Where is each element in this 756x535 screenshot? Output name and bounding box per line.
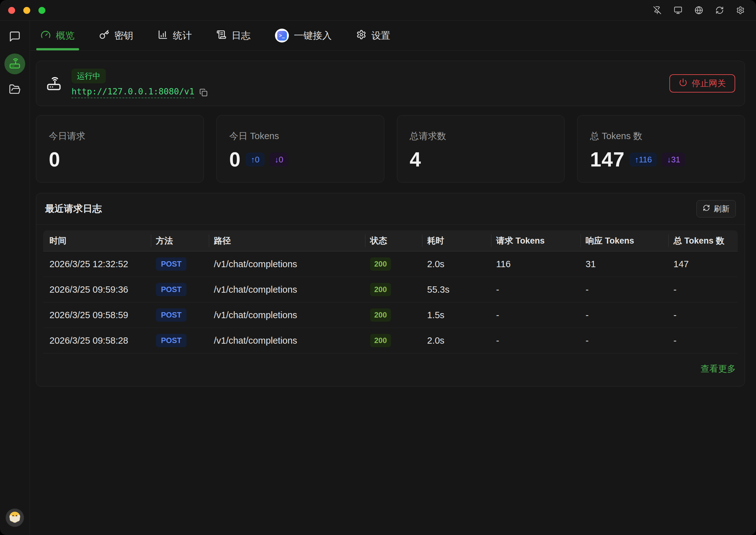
column-header: 总 Tokens 数 xyxy=(668,235,738,246)
key-icon xyxy=(99,30,109,42)
display-icon[interactable] xyxy=(674,6,682,14)
copy-icon[interactable] xyxy=(199,88,208,97)
gateway-url-link[interactable]: http://127.0.0.1:8080/v1 xyxy=(72,87,194,98)
log-path: /v1/chat/completions xyxy=(209,335,365,346)
tab-label: 密钥 xyxy=(114,29,133,42)
sidebar xyxy=(0,21,30,535)
log-duration: 2.0s xyxy=(422,335,491,346)
column-header: 路径 xyxy=(209,235,365,246)
refresh-icon xyxy=(703,204,710,213)
column-header: 耗时 xyxy=(422,235,491,246)
table-row: 2026/3/25 09:58:28POST/v1/chat/completio… xyxy=(43,328,738,353)
logs-header: 最近请求日志 刷新 xyxy=(36,193,745,225)
method-badge: POST xyxy=(156,283,187,296)
sync-icon[interactable] xyxy=(715,6,724,14)
terminal-circle-icon: >_ xyxy=(275,29,289,42)
log-total-tokens: - xyxy=(668,310,738,320)
tokens-down-badge: ↓31 xyxy=(662,153,685,166)
stat-card-today-requests: 今日请求 0 xyxy=(36,115,204,183)
log-method: POST xyxy=(151,257,209,271)
log-path: /v1/chat/completions xyxy=(209,285,365,295)
status-badge: 200 xyxy=(370,257,391,271)
router-icon xyxy=(9,57,21,71)
log-total-tokens: - xyxy=(668,285,738,295)
gear-icon[interactable] xyxy=(736,6,745,14)
pin-off-icon[interactable] xyxy=(653,6,661,14)
method-badge: POST xyxy=(156,257,187,271)
stop-gateway-label: 停止网关 xyxy=(692,78,726,89)
user-avatar[interactable] xyxy=(6,509,24,527)
zoom-button[interactable] xyxy=(39,7,45,14)
log-req-tokens: 116 xyxy=(491,259,581,269)
tab-settings[interactable]: 设置 xyxy=(356,21,390,50)
globe-icon[interactable] xyxy=(695,6,703,14)
stat-card-today-tokens: 今日 Tokens 0 ↑0 ↓0 xyxy=(216,115,384,183)
app-window: 概览 密钥 统计 日志 >_ 一键接入 xyxy=(0,0,756,535)
power-icon xyxy=(679,78,687,89)
logs-table: 时间方法路径状态耗时请求 Tokens响应 Tokens总 Tokens 数 2… xyxy=(36,225,745,353)
log-res-tokens: 31 xyxy=(581,259,668,269)
method-badge: POST xyxy=(156,308,187,322)
log-req-tokens: - xyxy=(491,310,581,320)
method-badge: POST xyxy=(156,334,187,347)
stat-value: 0 xyxy=(49,150,60,170)
tab-logs[interactable]: 日志 xyxy=(216,21,251,50)
stat-label: 今日请求 xyxy=(49,130,191,143)
log-method: POST xyxy=(151,308,209,322)
log-res-tokens: - xyxy=(581,310,668,320)
gateway-info: 运行中 http://127.0.0.1:8080/v1 xyxy=(72,69,208,98)
table-row: 2026/3/25 09:59:36POST/v1/chat/completio… xyxy=(43,277,738,302)
stat-label: 总 Tokens 数 xyxy=(590,130,732,143)
log-method: POST xyxy=(151,334,209,347)
router-icon xyxy=(46,74,62,93)
face-in-clouds-icon xyxy=(8,510,22,525)
tab-label: 一键接入 xyxy=(294,29,332,42)
tokens-down-badge: ↓0 xyxy=(270,153,288,166)
sidebar-item-files[interactable] xyxy=(8,83,22,97)
logs-table-body: 2026/3/25 12:32:52POST/v1/chat/completio… xyxy=(43,251,738,353)
minimize-button[interactable] xyxy=(23,7,30,14)
table-row: 2026/3/25 12:32:52POST/v1/chat/completio… xyxy=(43,251,738,277)
traffic-lights xyxy=(8,7,45,14)
gear-icon xyxy=(356,30,366,42)
status-badge: 200 xyxy=(370,308,391,322)
column-header: 请求 Tokens xyxy=(491,235,581,246)
tab-keys[interactable]: 密钥 xyxy=(99,21,133,50)
titlebar xyxy=(0,0,756,21)
column-header: 时间 xyxy=(43,235,151,246)
log-res-tokens: - xyxy=(581,335,668,346)
refresh-label: 刷新 xyxy=(714,204,730,214)
app-body: 概览 密钥 统计 日志 >_ 一键接入 xyxy=(0,21,756,535)
folder-open-icon xyxy=(9,83,21,97)
log-time: 2026/3/25 09:58:28 xyxy=(43,335,151,346)
scroll-icon xyxy=(216,30,227,42)
status-badge: 运行中 xyxy=(72,69,106,83)
view-more-link[interactable]: 查看更多 xyxy=(701,363,736,375)
tab-oneclick-connect[interactable]: >_ 一键接入 xyxy=(275,21,332,50)
log-req-tokens: - xyxy=(491,335,581,346)
logs-footer: 查看更多 xyxy=(36,353,745,386)
sidebar-item-chat[interactable] xyxy=(8,30,22,44)
tab-overview[interactable]: 概览 xyxy=(41,21,75,50)
gauge-icon xyxy=(41,30,51,42)
stat-value: 0 xyxy=(229,150,241,170)
log-total-tokens: - xyxy=(668,335,738,346)
tab-label: 统计 xyxy=(173,29,192,42)
tab-label: 日志 xyxy=(231,29,251,42)
refresh-button[interactable]: 刷新 xyxy=(696,200,736,217)
stop-gateway-button[interactable]: 停止网关 xyxy=(669,74,735,93)
bar-chart-icon xyxy=(158,30,168,42)
tab-label: 设置 xyxy=(371,29,390,42)
tab-stats[interactable]: 统计 xyxy=(158,21,192,50)
stat-value: 147 xyxy=(590,150,625,170)
tokens-up-badge: ↑0 xyxy=(246,153,264,166)
status-badge: 200 xyxy=(370,283,391,296)
sidebar-item-gateway-active[interactable] xyxy=(4,53,25,74)
column-header: 状态 xyxy=(365,235,422,246)
close-button[interactable] xyxy=(8,7,15,14)
log-path: /v1/chat/completions xyxy=(209,310,365,320)
stats-grid: 今日请求 0 今日 Tokens 0 ↑0 ↓0 总请求数 4 xyxy=(36,115,745,183)
log-status: 200 xyxy=(365,283,422,296)
status-badge: 200 xyxy=(370,334,391,347)
log-req-tokens: - xyxy=(491,285,581,295)
